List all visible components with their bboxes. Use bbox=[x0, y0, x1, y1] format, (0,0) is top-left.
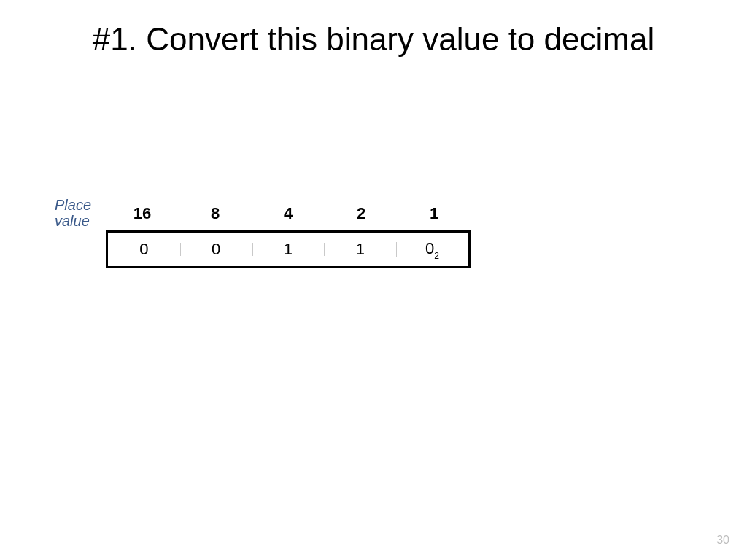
place-value-row: 16 8 4 2 1 bbox=[106, 197, 471, 230]
binary-digits-row: 0 0 1 1 02 bbox=[106, 230, 471, 268]
place-cell: 2 bbox=[325, 204, 398, 223]
digit-cell-last: 02 bbox=[396, 239, 468, 260]
slide-title: #1. Convert this binary value to decimal bbox=[0, 20, 747, 59]
place-cell: 1 bbox=[398, 204, 471, 223]
digit-cell: 1 bbox=[252, 240, 325, 259]
digit-value: 0 bbox=[425, 239, 434, 257]
row-label-line2: value bbox=[55, 213, 90, 229]
digit-cell: 1 bbox=[324, 240, 396, 259]
page-number: 30 bbox=[716, 534, 729, 547]
empty-row bbox=[106, 268, 471, 302]
digit-cell: 0 bbox=[108, 240, 180, 259]
empty-cell bbox=[106, 272, 179, 298]
row-label-line1: Place bbox=[55, 197, 91, 213]
empty-cell bbox=[179, 272, 252, 298]
empty-cell bbox=[325, 272, 398, 298]
empty-cell bbox=[252, 272, 325, 298]
value-grid: 16 8 4 2 1 0 0 1 1 02 bbox=[106, 197, 471, 302]
base-subscript: 2 bbox=[434, 251, 439, 261]
place-cell: 16 bbox=[106, 204, 179, 223]
place-cell: 8 bbox=[179, 204, 252, 223]
digit-cell: 0 bbox=[180, 240, 252, 259]
empty-cell bbox=[398, 272, 471, 298]
place-cell: 4 bbox=[252, 204, 325, 223]
row-label: Place value bbox=[55, 197, 106, 229]
